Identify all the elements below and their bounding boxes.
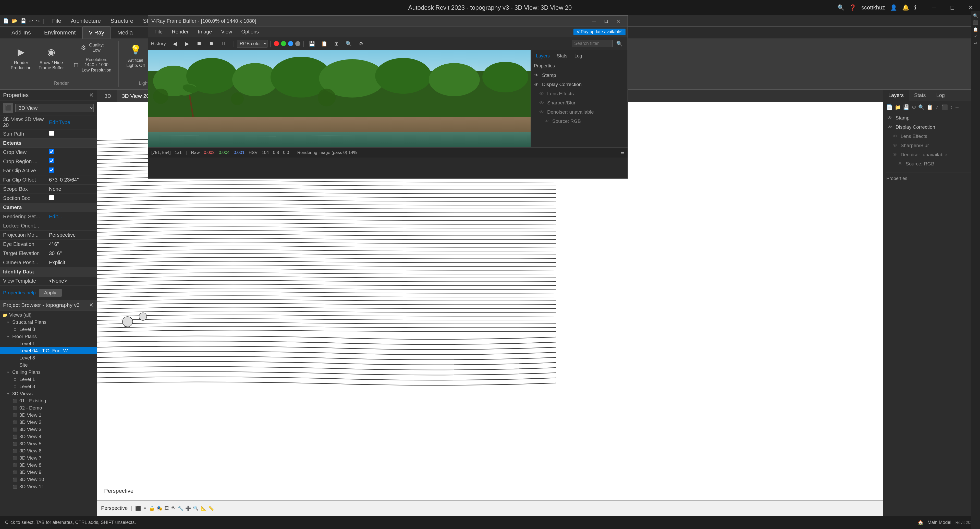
tree-site[interactable]: □ Site <box>0 362 97 369</box>
qa-save-icon[interactable]: 💾 <box>19 18 27 24</box>
vray-menu-render[interactable]: Render <box>168 28 192 36</box>
right-tab-layers[interactable]: Layers <box>883 90 909 101</box>
vray-minimize[interactable]: ─ <box>588 16 600 26</box>
vray-tab-log[interactable]: Log <box>571 53 585 60</box>
rp-icon-10[interactable]: ↔ <box>955 104 959 110</box>
vray-prev-btn[interactable]: ◀ <box>169 38 180 49</box>
tree-floor-plans[interactable]: ▾ Floor Plans <box>0 333 97 340</box>
vray-copy-btn[interactable]: 📋 <box>319 38 330 49</box>
crop-icon[interactable]: 🖼 <box>164 505 169 511</box>
vray-save-btn[interactable]: 💾 <box>307 38 318 49</box>
rp-icon-5[interactable]: 🔍 <box>918 104 924 110</box>
vray-menu-icon[interactable]: ☰ <box>620 150 625 155</box>
zoom-icon[interactable]: 🔍 <box>193 505 199 511</box>
vray-maximize[interactable]: □ <box>600 16 612 26</box>
notification-icon[interactable]: 🔔 <box>902 4 909 11</box>
show-hide-fb-button[interactable]: ◉ Show / HideFrame Buffer <box>36 43 66 72</box>
vray-color-blue[interactable] <box>288 41 293 46</box>
tree-level1-fp[interactable]: □ Level 1 <box>0 340 97 347</box>
rp-icon-1[interactable]: 📄 <box>886 104 893 110</box>
rp-disp-eye[interactable]: 👁 <box>886 124 894 131</box>
rp-sharpen-eye[interactable]: 👁 <box>891 142 899 149</box>
tree-level04-fnd[interactable]: □ Level 04 - T.O. Fnd. W... <box>0 347 97 354</box>
viewport-tab-3d[interactable]: 3D <box>99 90 117 102</box>
vray-pause-btn[interactable]: ⏸ <box>218 38 229 49</box>
shadow-icon[interactable]: 🔒 <box>149 505 155 511</box>
vray-color-alpha[interactable] <box>295 41 301 46</box>
stamp-eye-icon[interactable]: 👁 <box>533 72 540 79</box>
tree-3dview11[interactable]: ⬛ 3D View 11 <box>0 483 97 490</box>
vray-compare-btn[interactable]: ⊞ <box>331 38 342 49</box>
tree-3dview7[interactable]: ⬛ 3D View 7 <box>0 454 97 462</box>
crop-region-checkbox[interactable] <box>49 158 54 163</box>
rp-icon-4[interactable]: ⚙ <box>912 104 916 110</box>
visual-style-icon[interactable]: ⬛ <box>135 505 141 511</box>
rp-icon-3[interactable]: 💾 <box>903 104 910 110</box>
rp-denoiser-eye[interactable]: 👁 <box>891 151 899 158</box>
apply-button[interactable]: Apply <box>39 289 62 297</box>
eye-elevation-value[interactable]: 4' 6" <box>49 241 94 247</box>
quality-button[interactable]: ⚙ Quality:Low <box>68 41 115 55</box>
render-production-button[interactable]: ▶ RenderProduction <box>8 43 34 72</box>
help-icon[interactable]: ❓ <box>850 4 856 11</box>
tab-media[interactable]: Media <box>111 27 139 38</box>
far-clip-checkbox[interactable] <box>49 167 54 172</box>
menu-architecture[interactable]: Architecture <box>66 16 105 26</box>
render-mode-icon[interactable]: 🎭 <box>157 505 162 511</box>
properties-help-link[interactable]: Properties help <box>3 290 36 296</box>
vray-render-area[interactable] <box>148 50 531 147</box>
maximize-button[interactable]: □ <box>943 0 962 15</box>
resolution-button[interactable]: □ Resolution:1440 x 1000Low Resolution <box>68 56 115 74</box>
tree-3dview5[interactable]: ⬛ 3D View 5 <box>0 440 97 447</box>
tree-level8-fp[interactable]: □ Level 8 <box>0 354 97 362</box>
vray-channel-dropdown[interactable]: RGB color <box>237 40 267 48</box>
section-box-checkbox[interactable] <box>49 195 54 200</box>
vray-color-green[interactable] <box>281 41 286 46</box>
vray-search-btn[interactable]: 🔍 <box>614 38 625 49</box>
tree-level8-cp[interactable]: □ Level 8 <box>0 383 97 390</box>
target-elevation-value[interactable]: 30' 6" <box>49 250 94 257</box>
tree-level1-cp[interactable]: □ Level 1 <box>0 376 97 383</box>
source-eye[interactable]: 👁 <box>543 118 550 125</box>
vray-color-red[interactable] <box>274 41 279 46</box>
right-tab-log[interactable]: Log <box>931 90 950 101</box>
rp-icon-9[interactable]: ↕ <box>950 104 953 110</box>
rp-source-eye[interactable]: 👁 <box>897 160 904 167</box>
rp-icon-7[interactable]: ✓ <box>935 104 939 110</box>
model-display-icon[interactable]: ➕ <box>185 505 191 511</box>
tab-addins[interactable]: Add-Ins <box>5 27 37 38</box>
sun-path-checkbox[interactable] <box>49 131 54 136</box>
info-icon[interactable]: ℹ <box>914 4 916 11</box>
display-corr-eye[interactable]: 👁 <box>533 81 540 88</box>
lens-eye[interactable]: 👁 <box>538 90 545 97</box>
rp-icon-2[interactable]: 📁 <box>895 104 901 110</box>
crop-view-checkbox[interactable] <box>49 149 54 154</box>
vray-menu-image[interactable]: Image <box>194 28 216 36</box>
tab-vray[interactable]: V-Ray <box>83 27 110 38</box>
denoiser-eye[interactable]: 👁 <box>538 108 545 116</box>
scope-box-value[interactable]: None <box>49 186 94 192</box>
tree-02-demo[interactable]: ⬛ 02 - Demo <box>0 405 97 411</box>
rp-lens-eye[interactable]: 👁 <box>891 133 899 140</box>
vray-play-btn[interactable]: ▶ <box>181 38 192 49</box>
tree-3d-views[interactable]: ▾ 3D Views <box>0 390 97 397</box>
qa-new-icon[interactable]: 📄 <box>2 18 10 24</box>
rp-stamp-eye[interactable]: 👁 <box>886 115 894 121</box>
region-icon[interactable]: 📏 <box>208 505 214 511</box>
vray-tab-layers[interactable]: Layers <box>533 53 553 60</box>
vray-rec-btn[interactable]: ⏺ <box>206 38 217 49</box>
detail-level-icon[interactable]: 🔧 <box>178 505 183 511</box>
vray-menu-options[interactable]: Options <box>237 28 263 36</box>
measure-icon[interactable]: 📐 <box>200 505 206 511</box>
edit-type-btn[interactable]: Edit Type <box>49 120 94 125</box>
tab-environment[interactable]: Environment <box>38 27 82 38</box>
qa-open-icon[interactable]: 📂 <box>11 18 18 24</box>
tree-3dview3[interactable]: ⬛ 3D View 3 <box>0 426 97 433</box>
tree-3dview9[interactable]: ⬛ 3D View 9 <box>0 469 97 476</box>
vray-menu-view[interactable]: View <box>217 28 236 36</box>
minimize-button[interactable]: ─ <box>925 0 943 15</box>
tree-level8-structural[interactable]: □ Level 8 <box>0 326 97 333</box>
tree-3dview2[interactable]: ⬛ 3D View 2 <box>0 419 97 426</box>
search-icon[interactable]: 🔍 <box>837 4 844 11</box>
vray-zoom-btn[interactable]: 🔍 <box>343 38 355 49</box>
